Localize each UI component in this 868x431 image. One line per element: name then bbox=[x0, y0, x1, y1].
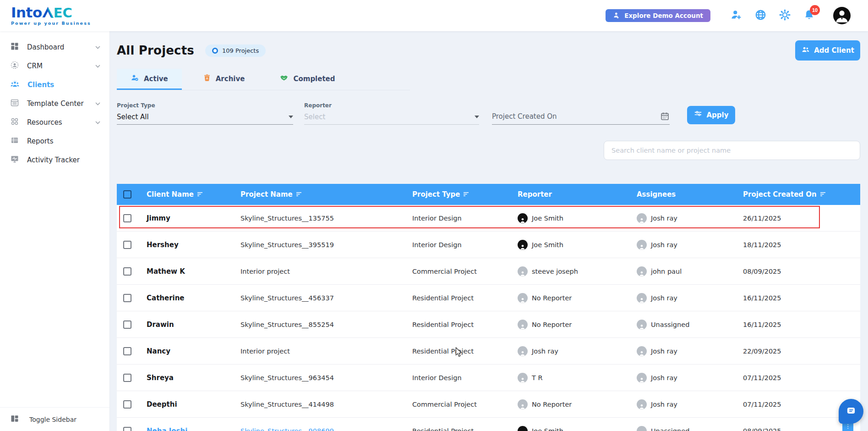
table-row[interactable]: Shreya Skyline_Structures__963454 Interi… bbox=[117, 365, 860, 391]
created-date: 16/11/2025 bbox=[743, 321, 781, 328]
reports-icon bbox=[10, 136, 19, 146]
chevron-down-icon bbox=[95, 44, 100, 50]
row-checkbox[interactable] bbox=[123, 320, 131, 329]
add-user-button[interactable] bbox=[730, 9, 742, 22]
toggle-sidebar-button[interactable]: Toggle Sidebar bbox=[0, 407, 109, 431]
sidebar-label-clients: Clients bbox=[27, 81, 54, 89]
sort-icon bbox=[197, 190, 203, 199]
sidebar-item-dashboard[interactable]: Dashboard bbox=[0, 38, 109, 56]
sidebar-item-crm[interactable]: CRM bbox=[0, 56, 109, 75]
created-date: 22/09/2025 bbox=[743, 348, 781, 355]
row-checkbox[interactable] bbox=[123, 427, 131, 431]
projects-count-badge: 109 Projects bbox=[205, 44, 266, 57]
reporter-name: T R bbox=[532, 374, 543, 381]
reporter-filter-placeholder: Select bbox=[304, 113, 325, 121]
project-type-filter[interactable]: Project Type Select All bbox=[117, 102, 293, 125]
reporter-avatar bbox=[518, 266, 528, 276]
explore-demo-account-button[interactable]: Explore Demo Account bbox=[606, 9, 710, 22]
client-name: Neha Joshi bbox=[147, 427, 187, 431]
client-name: Jimmy bbox=[147, 214, 170, 222]
notifications-button[interactable]: 10 bbox=[802, 9, 815, 22]
logo-tagline: Power up your Business bbox=[11, 21, 91, 26]
client-name: Mathew K bbox=[147, 267, 185, 276]
assignee-name: Unassigned bbox=[651, 427, 689, 431]
project-type: Residential Project bbox=[412, 427, 474, 431]
created-date: 07/11/2025 bbox=[743, 374, 781, 381]
tabs: Active Archive Completed bbox=[117, 69, 410, 90]
tab-archive[interactable]: Archive bbox=[189, 69, 259, 90]
reporter-filter[interactable]: Reporter Select bbox=[304, 102, 479, 125]
settings-button[interactable] bbox=[778, 9, 791, 22]
person-add-icon bbox=[730, 9, 742, 22]
assignee-avatar bbox=[637, 266, 647, 276]
calendar-icon[interactable] bbox=[660, 111, 670, 121]
reporter-avatar bbox=[518, 320, 528, 330]
row-checkbox[interactable] bbox=[123, 294, 131, 302]
column-header-project-name[interactable]: Project Name bbox=[231, 190, 403, 199]
profile-avatar[interactable] bbox=[833, 7, 851, 24]
project-name: Skyline_Structures__855254 bbox=[240, 321, 334, 328]
select-all-checkbox[interactable] bbox=[123, 190, 131, 199]
row-checkbox[interactable] bbox=[123, 400, 131, 409]
sidebar-item-template-center[interactable]: Template Center bbox=[0, 94, 109, 113]
table-row[interactable]: Neha Joshi Skyline_Structures__908699 Re… bbox=[117, 418, 860, 431]
assignee-name: Josh ray bbox=[651, 241, 677, 249]
table-row[interactable]: Deepthi Skyline_Structures__414498 Comme… bbox=[117, 391, 860, 418]
gear-icon bbox=[779, 9, 791, 22]
project-type: Residential Project bbox=[412, 321, 474, 328]
client-name: Hershey bbox=[147, 241, 179, 249]
row-checkbox[interactable] bbox=[123, 347, 131, 355]
reporter-name: steeve joseph bbox=[532, 268, 578, 275]
project-type: Commercial Project bbox=[412, 401, 477, 408]
created-on-filter[interactable]: Project Created On bbox=[492, 111, 670, 125]
app-logo[interactable]: Into EC Power up your Business bbox=[11, 6, 91, 26]
reporter-avatar bbox=[518, 346, 528, 356]
demo-user-icon bbox=[613, 11, 620, 20]
created-on-filter-placeholder: Project Created On bbox=[492, 112, 557, 121]
table-row[interactable]: Mathew K Interior project Commercial Pro… bbox=[117, 258, 860, 285]
assignee-avatar bbox=[637, 346, 647, 356]
table-row[interactable]: Nancy Interior project Residential Proje… bbox=[117, 338, 860, 365]
project-name: Skyline_Structures__963454 bbox=[240, 374, 334, 381]
column-header-client-name[interactable]: Client Name bbox=[137, 190, 231, 199]
row-checkbox[interactable] bbox=[123, 241, 131, 249]
sort-icon bbox=[820, 190, 826, 199]
column-header-reporter: Reporter bbox=[508, 190, 628, 199]
language-button[interactable] bbox=[754, 9, 767, 22]
apply-filters-button[interactable]: Apply bbox=[687, 106, 735, 124]
table-row[interactable]: Drawin Skyline_Structures__855254 Reside… bbox=[117, 311, 860, 338]
row-checkbox[interactable] bbox=[123, 374, 131, 382]
search-input[interactable] bbox=[604, 141, 860, 160]
person-check-icon bbox=[131, 73, 139, 84]
table-row[interactable]: Hershey Skyline_Structures__395519 Inter… bbox=[117, 232, 860, 258]
column-header-created-on[interactable]: Project Created On bbox=[735, 190, 860, 199]
project-name: Skyline_Structures__414498 bbox=[240, 401, 334, 408]
row-checkbox[interactable] bbox=[123, 267, 131, 276]
tab-active[interactable]: Active bbox=[117, 69, 182, 90]
sidebar-item-resources[interactable]: Resources bbox=[0, 113, 109, 132]
sort-icon bbox=[463, 190, 469, 199]
filters: Project Type Select All Reporter Select bbox=[117, 102, 860, 125]
reporter-filter-label: Reporter bbox=[304, 102, 479, 109]
top-header: Into EC Power up your Business Explore D… bbox=[0, 0, 868, 31]
table-row[interactable]: Jimmy Skyline_Structures__135755 Interio… bbox=[117, 205, 860, 232]
client-name: Deepthi bbox=[147, 400, 177, 409]
reporter-avatar bbox=[518, 399, 528, 409]
chat-button[interactable] bbox=[839, 399, 863, 424]
column-header-project-type[interactable]: Project Type bbox=[403, 190, 508, 199]
sidebar-item-reports[interactable]: Reports bbox=[0, 132, 109, 150]
project-name: Skyline_Structures__395519 bbox=[240, 241, 334, 249]
logo-text-secondary: EC bbox=[54, 6, 72, 20]
assignee-avatar bbox=[637, 293, 647, 303]
crm-icon bbox=[10, 61, 19, 71]
tab-completed[interactable]: Completed bbox=[266, 69, 349, 90]
ring-icon bbox=[212, 48, 218, 54]
row-checkbox[interactable] bbox=[123, 214, 131, 222]
table-row[interactable]: Catherine Skyline_Structures__456337 Res… bbox=[117, 285, 860, 311]
sidebar-item-activity-tracker[interactable]: Activity Tracker bbox=[0, 150, 109, 169]
client-name: Shreya bbox=[147, 374, 174, 382]
project-name: Interior project bbox=[240, 268, 290, 275]
add-client-button[interactable]: Add Client bbox=[795, 40, 860, 61]
sidebar-item-clients[interactable]: Clients bbox=[0, 75, 109, 94]
project-type: Commercial Project bbox=[412, 268, 477, 275]
